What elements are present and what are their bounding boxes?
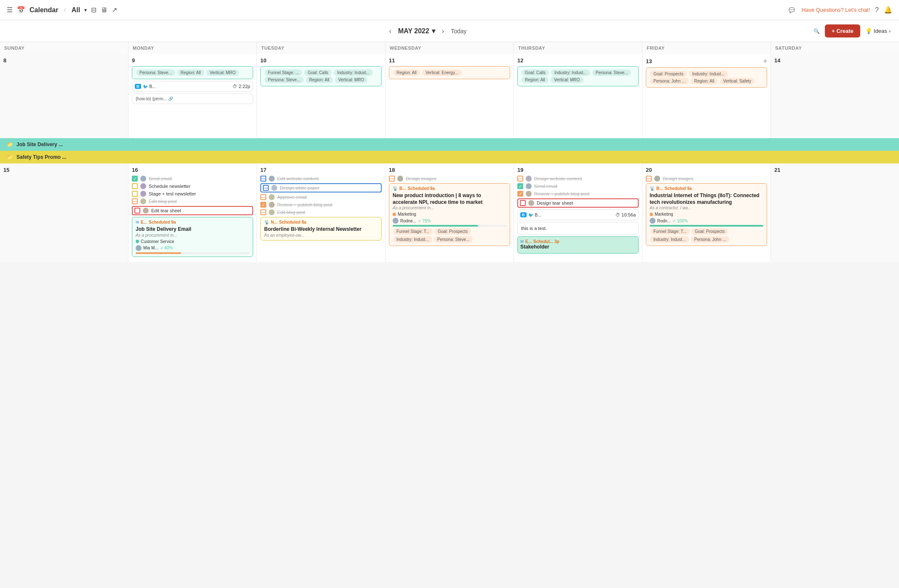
- progress-bar-18: [393, 225, 506, 227]
- tag-funnel-18: Funnel Stage: T...: [393, 228, 433, 235]
- task-review-19[interactable]: ✓ Review + publish blog post: [517, 191, 639, 197]
- task-design-images-20[interactable]: — Design images: [646, 176, 767, 182]
- task-design-images-18[interactable]: — Design images: [389, 176, 510, 182]
- tag-persona: Persona: John ...: [650, 78, 689, 84]
- share-icon[interactable]: ↗: [112, 6, 117, 14]
- day-cell-17: 17 — Edit website content — Design white…: [257, 163, 385, 262]
- task-label-design-website-19: Design website content: [534, 176, 582, 181]
- dot-marketing-20: [650, 213, 653, 216]
- checkbox-design-website-19[interactable]: —: [517, 176, 523, 182]
- task-edit-blog[interactable]: — Edit blog post: [132, 198, 253, 204]
- month-dropdown-icon[interactable]: ▾: [432, 27, 435, 35]
- new-product-intro-card[interactable]: 📡 B... Scheduled 9a New product introduc…: [389, 183, 510, 246]
- tag-persona-18: Persona: Steve...: [434, 236, 473, 243]
- nav-all-label[interactable]: All: [72, 6, 80, 14]
- task-label-approve-email: Approve email: [277, 195, 307, 200]
- day-number-12: 12: [517, 57, 639, 64]
- monday-9-tags-card[interactable]: Persona: Steve... Region: All Vertical: …: [132, 66, 253, 79]
- checkbox-review-publish[interactable]: ✓: [260, 202, 266, 208]
- tuesday-10-tags-card[interactable]: Funnel Stage: ... Goal: Calls Industry: …: [260, 66, 382, 86]
- task-send-email[interactable]: ✓ Send email: [132, 176, 253, 182]
- checkbox-edit-blog-17[interactable]: —: [260, 209, 266, 215]
- checkbox-edit-blog[interactable]: —: [132, 198, 138, 204]
- post-card-19[interactable]: B 🐦 B... ⏱ 10:56a: [517, 209, 639, 220]
- task-label-send-email-19: Send email: [534, 184, 557, 189]
- bell-icon[interactable]: 🔔: [884, 6, 892, 14]
- test-card-19: this is a test.: [517, 222, 639, 235]
- safety-tips-promo-banner[interactable]: 📁 Safety Tips Promo ...: [0, 151, 899, 163]
- chat-link[interactable]: Have Questions? Let's chat!: [802, 7, 870, 13]
- checkbox-send-email[interactable]: ✓: [132, 176, 138, 182]
- task-design-tear-sheet-19[interactable]: Design tear sheet: [517, 198, 639, 208]
- filter-icon[interactable]: ⊟: [91, 6, 96, 14]
- card-title-iiot: Industrial Internet of Things (IIoT): Co…: [650, 192, 763, 206]
- friday-13-tags-card[interactable]: Goal: Prospects Industry: Indust... Pers…: [646, 67, 767, 88]
- task-design-website-19[interactable]: — Design website content: [517, 176, 639, 182]
- scheduled-label-e: E...: [141, 220, 147, 225]
- chevron-down-icon[interactable]: ▾: [84, 7, 87, 13]
- stakeholder-card-19[interactable]: ✉ E... Schedul... 3p Stakeholder: [517, 236, 639, 254]
- task-schedule-newsletter[interactable]: Schedule newsletter: [132, 183, 253, 189]
- safety-banner-area: 📁 Safety Tips Promo ...: [0, 151, 899, 163]
- task-review-publish[interactable]: ✓ Review + publish blog post: [260, 202, 382, 208]
- job-site-delivery-card[interactable]: ✉ E... Scheduled 9a Job Site Delivery Em…: [132, 217, 253, 257]
- add-icon[interactable]: +: [763, 57, 767, 65]
- top-nav-left: ☰ 📅 Calendar / All ▾ ⊟ 🖥 ↗: [7, 6, 117, 14]
- ideas-button[interactable]: 💡 Ideas ›: [865, 28, 891, 34]
- desktop-icon[interactable]: 🖥: [101, 6, 107, 14]
- checkbox-review-19[interactable]: ✓: [517, 191, 523, 197]
- iiot-card-20[interactable]: 📡 B... Scheduled 9a Industrial Internet …: [646, 183, 767, 246]
- tag-funnel-20: Funnel Stage: T...: [650, 228, 690, 235]
- next-month-button[interactable]: ›: [442, 27, 444, 35]
- checkbox-design-images-20[interactable]: —: [646, 176, 652, 182]
- day-number-13: 13 +: [646, 57, 767, 65]
- monday-9-post-card[interactable]: B 🐦 B... ⏱ 2:22p: [132, 81, 253, 92]
- tag-industry-18: Industry: Indust...: [393, 236, 432, 243]
- menu-icon[interactable]: ☰: [7, 6, 13, 14]
- task-label-review-19: Review + publish blog post: [534, 191, 589, 196]
- checkbox-edit-tear-sheet[interactable]: [134, 208, 140, 214]
- tag-vertical: Vertical: MRO: [335, 77, 368, 83]
- checkbox-stage-newsletter[interactable]: [132, 191, 138, 197]
- scheduled-label-b-18: B...: [399, 186, 406, 191]
- avatar-design-tear-sheet-19: [528, 200, 534, 206]
- checkbox-design-images-18[interactable]: —: [389, 176, 395, 182]
- checkbox-design-tear-sheet-19[interactable]: [520, 200, 526, 206]
- calendar-header: ‹ MAY 2022 ▾ › Today 🔍 + Create 💡 Ideas …: [0, 20, 899, 42]
- task-label-design-images-18: Design images: [406, 176, 436, 181]
- checkbox-approve-email[interactable]: —: [260, 194, 266, 200]
- task-design-white-paper[interactable]: — Design white paper: [260, 183, 382, 192]
- card-subtitle-iiot: As a contractor, I wa...: [650, 206, 763, 210]
- job-site-delivery-banner[interactable]: 📁 Job Site Delivery ...: [0, 138, 899, 151]
- search-icon[interactable]: 🔍: [813, 28, 820, 34]
- task-approve-email[interactable]: — Approve email: [260, 194, 382, 200]
- scheduled-time-3p-19: Schedul... 3p: [533, 239, 559, 244]
- task-send-email-19[interactable]: ✓ Send email: [517, 183, 639, 189]
- tag-vertical: Vertical: MRO: [551, 77, 583, 83]
- day-cell-14: 14: [771, 54, 899, 138]
- tag-region: Region: All: [306, 77, 333, 83]
- progress-check-20: ✓ 100%: [672, 219, 688, 223]
- scheduled-time-9a: Scheduled 9a: [149, 220, 176, 225]
- thursday-12-tags-card[interactable]: Goal: Calls Industry: Indust... Persona:…: [517, 66, 639, 86]
- create-button[interactable]: + Create: [825, 24, 860, 37]
- wednesday-11-tags-card[interactable]: Region: All Vertical: Energy...: [389, 66, 510, 79]
- checkbox-edit-website[interactable]: —: [260, 176, 266, 182]
- checkbox-design-white-paper[interactable]: —: [263, 185, 269, 191]
- task-stage-newsletter[interactable]: Stage + test newsletter: [132, 191, 253, 197]
- task-edit-tear-sheet[interactable]: Edit tear sheet: [132, 206, 253, 215]
- day-number-10: 10: [260, 57, 382, 64]
- day-number-17: 17: [260, 167, 382, 173]
- tag-persona-20: Persona: John ...: [691, 236, 730, 243]
- prev-month-button[interactable]: ‹: [389, 27, 391, 35]
- lightbulb-icon: 💡: [865, 28, 872, 34]
- task-edit-website[interactable]: — Edit website content: [260, 176, 382, 182]
- borderline-newsletter-card[interactable]: 📡 N... Scheduled 8a Borderline Bi-Weekly…: [260, 217, 382, 241]
- today-button[interactable]: Today: [451, 28, 466, 35]
- checkbox-send-email-19[interactable]: ✓: [517, 183, 523, 189]
- help-icon[interactable]: ?: [875, 6, 879, 14]
- day-header-sunday: SUNDAY: [0, 42, 128, 54]
- tag-region: Region: All: [177, 69, 204, 76]
- checkbox-schedule-newsletter[interactable]: [132, 183, 138, 189]
- task-edit-blog-17[interactable]: — Edit blog post: [260, 209, 382, 215]
